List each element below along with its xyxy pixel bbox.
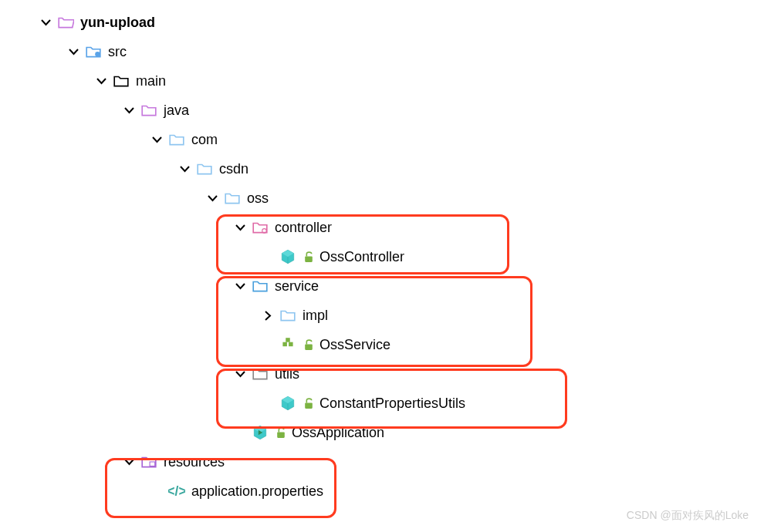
chevron-down-icon[interactable] (94, 74, 108, 88)
chevron-down-icon[interactable] (39, 15, 52, 29)
folder-package-icon (168, 131, 185, 148)
folder-service-icon (252, 278, 269, 295)
tree-row-csdn[interactable]: csdn (0, 154, 764, 184)
folder-utils-icon (252, 365, 269, 382)
folder-java-icon (140, 102, 157, 119)
folder-icon (113, 72, 130, 89)
tree-row-osscontroller[interactable]: OssController (0, 242, 764, 271)
chevron-down-icon[interactable] (233, 221, 247, 234)
tree-row-ossservice[interactable]: OssService (0, 330, 764, 359)
node-label: controller (275, 220, 332, 236)
folder-package-icon (196, 160, 213, 177)
folder-src-icon (85, 43, 102, 60)
node-label: ConstantPropertiesUtils (319, 396, 465, 412)
folder-package-icon (279, 307, 296, 324)
node-label: OssController (319, 249, 404, 265)
tree-row-controller[interactable]: controller (0, 213, 764, 242)
node-label: src (108, 44, 127, 60)
folder-controller-icon (252, 219, 269, 236)
tree-row-java[interactable]: java (0, 96, 764, 125)
folder-package-icon (224, 190, 241, 207)
chevron-down-icon[interactable] (205, 191, 219, 205)
unlock-icon (303, 338, 315, 351)
node-label: com (191, 132, 218, 148)
chevron-down-icon[interactable] (122, 103, 136, 117)
node-label: service (275, 278, 319, 295)
interface-icon (279, 336, 296, 353)
node-label: yun-upload (80, 15, 155, 31)
unlock-icon (303, 251, 315, 263)
chevron-down-icon[interactable] (233, 279, 247, 293)
tree-row-impl[interactable]: impl (0, 301, 764, 330)
tree-row-ossapplication[interactable]: OssApplication (0, 418, 764, 447)
folder-resources-icon (140, 453, 157, 470)
chevron-down-icon[interactable] (122, 455, 136, 469)
tree-row-com[interactable]: com (0, 125, 764, 154)
tree-row-root[interactable]: yun-upload (0, 8, 764, 37)
unlock-icon (275, 426, 287, 439)
tree-row-appproperties[interactable]: application.properties (0, 476, 764, 506)
node-label: impl (303, 308, 328, 324)
watermark: CSDN @面对疾风的Loke (627, 509, 749, 523)
class-icon (279, 248, 296, 265)
node-label: java (164, 103, 189, 119)
chevron-down-icon[interactable] (66, 45, 80, 59)
node-label: csdn (219, 161, 248, 177)
chevron-down-icon[interactable] (233, 367, 247, 381)
tree-row-oss[interactable]: oss (0, 184, 764, 213)
folder-open-icon (57, 14, 74, 31)
tree-row-main[interactable]: main (0, 66, 764, 96)
node-label: main (136, 73, 166, 89)
chevron-right-icon[interactable] (261, 308, 275, 322)
node-label: resources (164, 454, 225, 470)
class-icon (279, 395, 296, 412)
tree-row-resources[interactable]: resources (0, 447, 764, 476)
properties-file-icon (168, 483, 185, 500)
tree-row-service[interactable]: service (0, 271, 764, 301)
tree-row-constantprops[interactable]: ConstantPropertiesUtils (0, 389, 764, 418)
node-label: OssService (319, 337, 390, 353)
chevron-down-icon[interactable] (150, 133, 164, 146)
class-run-icon (252, 424, 269, 441)
node-label: utils (275, 366, 299, 382)
tree-row-src[interactable]: src (0, 37, 764, 66)
unlock-icon (303, 397, 315, 409)
node-label: oss (247, 190, 269, 207)
tree-row-utils[interactable]: utils (0, 359, 764, 389)
node-label: OssApplication (292, 425, 384, 441)
chevron-down-icon[interactable] (177, 162, 191, 176)
node-label: application.properties (191, 483, 323, 500)
